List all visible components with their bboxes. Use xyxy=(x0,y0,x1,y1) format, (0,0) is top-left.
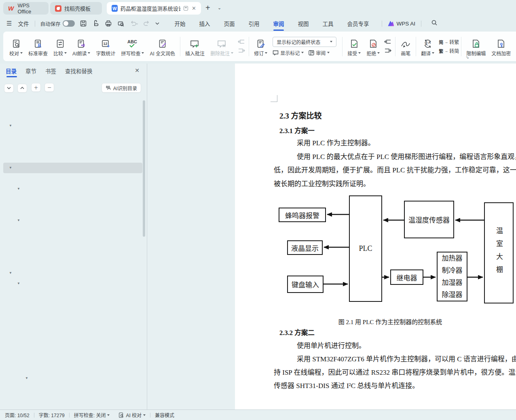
toc-item[interactable]: ▼ 2.2 系统设计的原则 xyxy=(3,184,142,194)
toc-item[interactable]: ▼ 3.1.9.3 WIFI 模块软件设计 xyxy=(3,405,142,409)
word-count-button[interactable]: 12 字数统计 xyxy=(93,34,118,59)
sidebar-tab[interactable]: 查找和替换 xyxy=(65,67,93,77)
toc-item[interactable]: ▼ 3.1.9.2 WIFI 模块电路设计 xyxy=(3,394,142,405)
standard-review-button[interactable]: 标准审查 xyxy=(25,34,51,59)
export-pdf-icon[interactable] xyxy=(92,20,99,27)
spellcheck-status[interactable]: 拼写检查: 关闭 xyxy=(74,412,110,418)
toc-item[interactable]: ▼ Abstract xyxy=(3,110,142,121)
file-menu-button[interactable]: 文件 xyxy=(15,18,32,29)
toc-item[interactable]: ▼ 3.1.5 输出电路设计 xyxy=(3,331,142,342)
print-icon[interactable] xyxy=(105,20,112,27)
markup-state-dropdown[interactable]: 显示标记的最终状态 xyxy=(273,37,336,47)
ai-proof-status[interactable]: AI 校对 xyxy=(118,412,146,418)
menu-item[interactable]: 页面 xyxy=(223,18,235,29)
collapse-all-button[interactable] xyxy=(4,84,14,93)
menu-item[interactable]: 工具 xyxy=(321,18,334,29)
menu-item[interactable]: 引用 xyxy=(247,18,260,29)
simplified-to-traditional-button[interactable]: 简→ 转繁 xyxy=(439,38,459,45)
toc-item[interactable]: ▼ 2.5 方案选择 xyxy=(3,257,142,268)
toc-item[interactable]: ▼ 3.1.8 串口通信电路 xyxy=(3,363,142,373)
spell-check-button[interactable]: ABC 拼写检查 xyxy=(118,34,147,59)
ai-read-button[interactable]: AI朗读 xyxy=(70,34,93,59)
next-change-icon[interactable] xyxy=(384,48,391,54)
group-expand-icon[interactable]: ⇘ xyxy=(466,55,469,59)
toc-item[interactable]: ▼ 2.1 温湿度控制系统的设计指标要求 xyxy=(3,173,142,184)
sidebar-scrollbar[interactable] xyxy=(143,100,145,237)
sidebar-tab[interactable]: 书签 xyxy=(45,67,56,77)
expand-all-button[interactable] xyxy=(17,84,27,93)
print-preview-icon[interactable] xyxy=(117,20,125,27)
toc-item[interactable]: ▼ 2.2.2 性价比 xyxy=(3,205,142,215)
toc-expand-arrow-icon[interactable]: ▼ xyxy=(9,268,12,278)
show-markup-button[interactable]: 显示标记 xyxy=(273,49,304,56)
toc-item[interactable]: ▼ 2 总体方案设计 xyxy=(3,163,142,173)
tab-wps-office[interactable]: W WPS Office xyxy=(3,2,49,15)
toc-item[interactable]: ▼ 摘 要 xyxy=(3,100,142,110)
undo-icon[interactable] xyxy=(130,20,138,27)
ai-polish-button[interactable]: AI 全文润色 xyxy=(147,34,178,59)
sidebar-tab[interactable]: 章节 xyxy=(25,67,36,77)
wps-ai-button[interactable]: WPS AI xyxy=(396,21,415,27)
tab-list-chevron-icon[interactable]: ⌄ xyxy=(218,5,221,11)
toc-item[interactable]: ▼ 1.2 国内外研究现状及发展趋势 xyxy=(3,142,142,152)
search-icon[interactable] xyxy=(431,19,438,28)
word-count-indicator[interactable]: 字数: 17279 xyxy=(39,412,65,418)
quickbar-chevron-icon[interactable] xyxy=(155,22,160,25)
toc-expand-arrow-icon[interactable]: ▼ xyxy=(9,121,12,131)
toc-item[interactable]: ▼ 3 单元模块设计 xyxy=(3,268,142,278)
menu-item[interactable]: 开始 xyxy=(173,18,186,29)
toc-item[interactable]: ▼ 3.1.3 温湿度传感器模块 xyxy=(3,310,142,320)
sidebar-tab[interactable]: 目录 xyxy=(6,67,17,77)
toc-expand-arrow-icon[interactable]: ▼ xyxy=(25,373,28,384)
toc-item[interactable]: ▼ 3.1.4 报警电路的设计 xyxy=(3,320,142,331)
track-changes-button[interactable]: 修订 xyxy=(251,34,270,59)
next-comment-icon[interactable] xyxy=(238,48,245,54)
toc-item[interactable]: ▼ 3.1.1 单片机最小系统 xyxy=(3,289,142,299)
autosave-toggle[interactable] xyxy=(63,20,75,27)
toc-item[interactable]: ▼ 3.1.2 液晶显示模块 xyxy=(3,299,142,310)
toc-expand-arrow-icon[interactable]: ▼ xyxy=(17,278,20,289)
toc-item[interactable]: ▼ 3.1.9 WIFI 模块的设计与实现 xyxy=(3,373,142,384)
pen-button[interactable]: 画笔 xyxy=(398,34,414,59)
toc-item[interactable]: ▼ 2.3.1 方案一 xyxy=(3,226,142,236)
tab-docer-templates[interactable]: 找稻壳模板 xyxy=(50,2,102,15)
toc-expand-arrow-icon[interactable]: ▼ xyxy=(17,184,20,194)
toc-item[interactable]: ▼ 1.1 选题背景及意义 xyxy=(3,131,142,142)
toc-item[interactable]: ▼ 2.3.2 方案二 xyxy=(3,236,142,247)
toc-item[interactable]: ▼ 1.3 研究主要内容 xyxy=(3,152,142,163)
menu-item[interactable]: 审阅 xyxy=(272,18,285,29)
toc-expand-arrow-icon[interactable]: ▼ xyxy=(17,215,20,226)
toc-expand-arrow-icon[interactable]: ▼ xyxy=(9,163,12,173)
reject-change-button[interactable]: 拒绝 xyxy=(364,34,383,59)
delete-comment-button[interactable]: 删除批注 xyxy=(207,34,236,59)
insert-comment-button[interactable]: 插入批注 xyxy=(182,34,207,59)
review-pane-button[interactable]: 审阅 xyxy=(309,49,330,56)
accept-change-button[interactable]: 接受 xyxy=(345,34,364,59)
zoom-in-toc-button[interactable]: ＋ xyxy=(31,83,41,92)
compare-button[interactable]: 比较 xyxy=(51,34,70,59)
toc-item[interactable]: ▼ 2.2.1 可靠性 xyxy=(3,194,142,205)
compatibility-mode-label[interactable]: 兼容模式 xyxy=(155,412,174,418)
toc-item[interactable]: ▼ 3.1 各单元模块功能介绍及电路设计 xyxy=(3,278,142,289)
encrypt-document-button[interactable]: 文档加密 xyxy=(489,34,514,59)
toc-item[interactable]: ▼ 3.1.6 电源的设计 xyxy=(3,342,142,352)
toc-item[interactable]: ▼ 1 绪论 xyxy=(3,121,142,131)
tab-document[interactable]: W 药品柜温湿度监测系统设计 毕 ✕ xyxy=(107,2,201,15)
sidebar-close-icon[interactable]: ✕ xyxy=(135,67,140,74)
zoom-out-toc-button[interactable]: － xyxy=(44,83,54,92)
toc-item[interactable]: ▼ 2.4 方案论证 xyxy=(3,247,142,257)
translate-button[interactable]: 文A 翻译 xyxy=(418,34,437,59)
proof-button[interactable]: 校对 xyxy=(6,34,25,59)
toc-item[interactable]: ▼ 3.1.7 按键电路设计 xyxy=(3,352,142,363)
new-tab-button[interactable]: + xyxy=(205,3,210,13)
toc-item[interactable]: ▼ 2.3 方案比较 xyxy=(3,215,142,226)
close-tab-icon[interactable]: ✕ xyxy=(191,5,196,11)
toc-item[interactable]: ▼ 3.1.9.1 WIFI 模块选型 xyxy=(3,384,142,394)
previous-comment-icon[interactable] xyxy=(238,39,245,45)
save-icon[interactable] xyxy=(80,20,87,27)
hamburger-menu-icon[interactable]: ☰ xyxy=(6,20,12,27)
previous-change-icon[interactable] xyxy=(384,39,391,45)
window-mode-icon[interactable] xyxy=(184,6,188,11)
menu-item[interactable]: 会员专享 xyxy=(346,18,370,29)
page-indicator[interactable]: 页面: 10/52 xyxy=(5,412,30,418)
